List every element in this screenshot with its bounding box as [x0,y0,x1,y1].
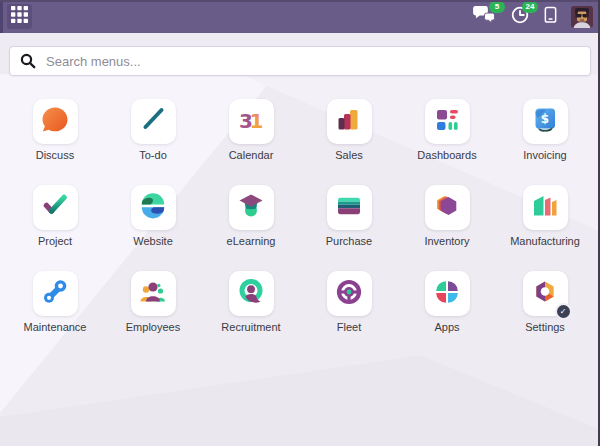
app-tile-calendar[interactable]: 3 1 Calendar [202,99,300,161]
fleet-icon [333,276,365,312]
user-menu-button[interactable] [571,6,593,28]
app-tile-purchase[interactable]: Purchase [300,185,398,247]
app-tile-settings[interactable]: ✓ Settings [496,271,594,333]
app-grid: Discuss To-do [0,99,600,357]
website-icon [137,190,169,226]
app-label: eLearning [227,235,276,247]
app-label: Settings [525,321,565,333]
calendar-icon: 3 1 [235,104,267,140]
app-label: Invoicing [523,149,566,161]
app-label: Purchase [326,235,372,247]
app-label: Inventory [424,235,469,247]
apps-icon [431,276,463,312]
screen-edge-top [0,0,600,2]
user-avatar [571,6,593,28]
app-label: Apps [434,321,459,333]
install-app-button[interactable] [543,6,558,28]
app-label: Manufacturing [510,235,580,247]
home-menu-toggle-button[interactable] [7,4,32,29]
purchase-icon [333,190,365,226]
app-label: Calendar [229,149,274,161]
manufacturing-icon [529,190,561,226]
app-label: Sales [335,149,363,161]
screen-edge-left [0,0,3,33]
app-tile-sales[interactable]: Sales [300,99,398,161]
app-label: Website [133,235,173,247]
messages-button[interactable]: 5 [472,5,497,28]
app-tile-apps[interactable]: Apps [398,271,496,333]
app-tile-discuss[interactable]: Discuss [6,99,104,161]
employees-icon [137,276,169,312]
app-tile-manufacturing[interactable]: Manufacturing [496,185,594,247]
maintenance-icon [39,276,71,312]
app-tile-fleet[interactable]: Fleet [300,271,398,333]
app-label: Project [38,235,72,247]
search-input[interactable] [9,46,591,76]
app-tile-employees[interactable]: Employees [104,271,202,333]
activities-count-badge: 24 [522,1,538,13]
app-label: Discuss [36,149,75,161]
app-tile-maintenance[interactable]: Maintenance [6,271,104,333]
app-label: Fleet [337,321,361,333]
app-tile-elearning[interactable]: eLearning [202,185,300,247]
inventory-icon [431,190,463,226]
top-navbar: 5 24 [0,0,600,33]
app-tile-project[interactable]: Project [6,185,104,247]
recruitment-icon [235,276,267,312]
app-tile-todo[interactable]: To-do [104,99,202,161]
svg-text:$: $ [541,111,549,125]
svg-text:1: 1 [250,108,264,132]
settings-selected-check-badge: ✓ [555,303,572,320]
search-bar [9,46,591,76]
apps-grid-icon [11,6,28,27]
discuss-icon [39,104,71,140]
app-tile-website[interactable]: Website [104,185,202,247]
app-label: To-do [139,149,167,161]
app-label: Maintenance [24,321,87,333]
activities-button[interactable]: 24 [510,5,530,29]
app-label: Dashboards [417,149,476,161]
invoicing-icon: $ [529,104,561,140]
app-tile-recruitment[interactable]: Recruitment [202,271,300,333]
dashboards-icon [431,104,463,140]
odoo-home-menu: 5 24 [0,0,600,446]
app-tile-invoicing[interactable]: $ Invoicing [496,99,594,161]
todo-icon [137,104,169,140]
sales-icon [333,104,365,140]
app-label: Employees [126,321,180,333]
phone-icon [543,6,558,28]
app-label: Recruitment [221,321,280,333]
elearning-icon [235,190,267,226]
app-tile-inventory[interactable]: Inventory [398,185,496,247]
app-tile-dashboards[interactable]: Dashboards [398,99,496,161]
messages-count-badge: 5 [489,1,505,13]
project-icon [39,190,71,226]
